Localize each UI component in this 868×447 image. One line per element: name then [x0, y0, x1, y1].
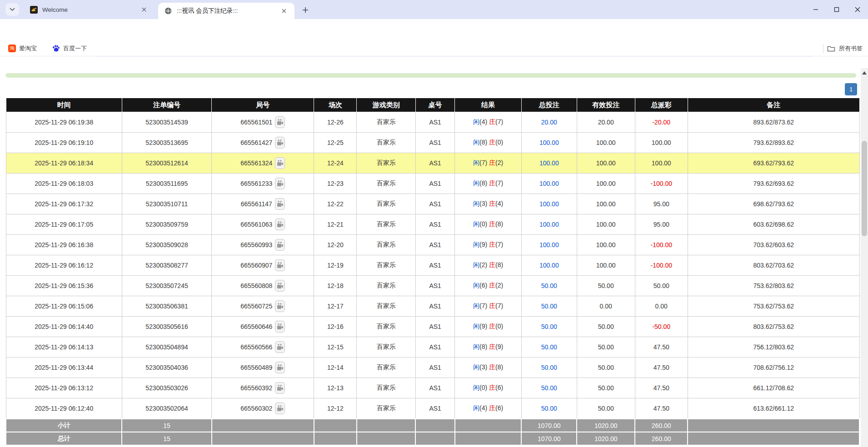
summary-cell: 15: [122, 419, 211, 432]
pagination-page-1-button[interactable]: 1: [845, 83, 857, 95]
result-part: (9): [479, 323, 489, 330]
tab-betrecord[interactable]: :::视讯 会员下注纪录:::: [158, 3, 294, 19]
round-cell: 665560993: [212, 235, 314, 255]
result-cell: 闲(4) 庄(6): [455, 398, 521, 419]
result-part: (7): [495, 241, 503, 248]
result-part: (8): [479, 179, 489, 187]
session-cell: 12-19: [314, 255, 357, 276]
video-replay-icon[interactable]: [275, 321, 285, 333]
video-replay-icon[interactable]: [275, 198, 285, 210]
result-part: 庄: [489, 179, 495, 187]
new-tab-button[interactable]: [300, 5, 311, 15]
column-header: 有效投注: [577, 98, 635, 112]
result-part: (7): [479, 302, 489, 309]
remark-cell: 703.62/603.62: [688, 235, 859, 255]
summary-cell: 1070.00: [521, 432, 577, 445]
valid-bet-cell: 100.00: [577, 235, 635, 255]
summary-cell: [688, 419, 859, 432]
round-cell: 665561427: [212, 133, 314, 153]
video-replay-icon[interactable]: [275, 362, 285, 373]
column-header: 桌号: [415, 98, 454, 112]
column-header: 总派彩: [635, 98, 688, 112]
session-cell: 12-22: [314, 194, 357, 214]
total-bet-cell: 50.00: [521, 276, 577, 296]
video-replay-icon[interactable]: [275, 259, 285, 271]
video-replay-icon[interactable]: [275, 157, 285, 169]
video-replay-icon[interactable]: [275, 137, 285, 149]
minimize-button[interactable]: [805, 0, 826, 19]
video-replay-icon[interactable]: [275, 219, 285, 230]
bet-id-cell: 523003509759: [122, 214, 211, 235]
payout-cell: 47.50: [635, 358, 688, 378]
round-id: 665560808: [240, 282, 272, 289]
video-replay-icon[interactable]: [275, 382, 285, 394]
total-bet-cell: 50.00: [521, 378, 577, 398]
result-part: 庄: [489, 200, 495, 207]
round-id: 665560392: [240, 384, 272, 392]
round-id: 665561427: [240, 139, 272, 146]
table-number-cell: AS1: [415, 235, 454, 255]
result-part: 庄: [489, 404, 495, 412]
valid-bet-cell: 50.00: [577, 337, 635, 358]
video-replay-icon[interactable]: [275, 116, 285, 128]
result-part: (7): [495, 179, 503, 187]
tab-search-chevron-icon[interactable]: [5, 3, 19, 16]
video-replay-icon[interactable]: [275, 239, 285, 251]
result-part: 闲: [473, 384, 479, 391]
table-number-cell: AS1: [415, 194, 454, 214]
video-replay-icon[interactable]: [275, 178, 285, 189]
scrollbar-thumb[interactable]: [862, 141, 867, 236]
time-cell: 2025-11-29 06:19:38: [6, 112, 122, 133]
result-part: (4): [495, 200, 503, 207]
result-part: (8): [495, 363, 503, 371]
video-replay-icon[interactable]: [275, 280, 285, 292]
all-bookmarks-label[interactable]: 所有书签: [839, 45, 863, 53]
table-row: 2025-11-29 06:17:32523003510711665561147…: [6, 194, 859, 214]
close-window-button[interactable]: [847, 0, 868, 19]
video-replay-icon[interactable]: [275, 402, 285, 414]
bookmark-taobao[interactable]: 淘 爱淘宝: [8, 45, 37, 53]
browser-toolbar: 66cxkj98.com/game/betrecord_search/kind3…: [0, 19, 868, 41]
bet-id-cell: 523003510711: [122, 194, 211, 214]
bookmark-baidu[interactable]: 百度一下: [52, 45, 87, 53]
result-part: 庄: [489, 302, 495, 309]
table-number-cell: AS1: [415, 174, 454, 194]
total-bet-cell: 100.00: [521, 235, 577, 255]
result-part: 庄: [489, 384, 495, 391]
total-bet-cell: 100.00: [521, 153, 577, 174]
result-part: 闲: [473, 118, 479, 125]
round-cell: 665561147: [212, 194, 314, 214]
table-number-cell: AS1: [415, 317, 454, 337]
remark-cell: 803.62/753.62: [688, 317, 859, 337]
page-scrollbar[interactable]: [861, 68, 868, 447]
maximize-button[interactable]: [826, 0, 847, 19]
game-type-cell: 百家乐: [357, 296, 416, 317]
result-part: (0): [479, 220, 489, 228]
table-number-cell: AS1: [415, 214, 454, 235]
video-replay-icon[interactable]: [275, 300, 285, 312]
scrollbar-up-arrow-icon[interactable]: [861, 69, 868, 76]
tab-welcome[interactable]: Welcome: [24, 0, 155, 19]
remark-cell: 803.62/703.62: [688, 255, 859, 276]
round-cell: 665560808: [212, 276, 314, 296]
round-cell: 665560489: [212, 358, 314, 378]
tab-welcome-close-icon[interactable]: [140, 5, 148, 14]
result-cell: 闲(8) 庄(0): [455, 133, 521, 153]
round-id: 665560646: [240, 323, 272, 330]
valid-bet-cell: 50.00: [577, 358, 635, 378]
summary-cell: [415, 432, 454, 445]
result-part: 庄: [489, 343, 495, 350]
video-replay-icon[interactable]: [275, 341, 285, 353]
summary-cell: [455, 432, 521, 445]
remark-cell: 603.62/698.62: [688, 214, 859, 235]
bet-id-cell: 523003503026: [122, 378, 211, 398]
bet-id-cell: 523003507245: [122, 276, 211, 296]
round-id: 665561063: [240, 221, 272, 228]
payout-cell: 95.00: [635, 194, 688, 214]
tab-betrecord-close-icon[interactable]: [280, 7, 288, 15]
payout-cell: 95.00: [635, 214, 688, 235]
payout-cell: 47.50: [635, 398, 688, 419]
session-cell: 12-21: [314, 214, 357, 235]
table-number-cell: AS1: [415, 276, 454, 296]
summary-cell: 15: [122, 432, 211, 445]
